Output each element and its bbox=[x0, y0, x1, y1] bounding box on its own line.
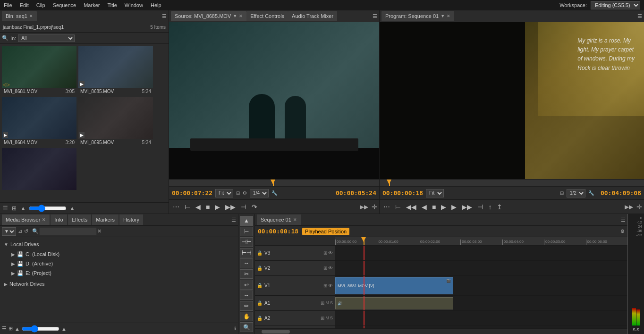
menu-marker[interactable]: Marker bbox=[84, 2, 100, 8]
prog-play-btn[interactable]: ▶ bbox=[439, 203, 448, 211]
source-step-fwd-btn[interactable]: ▶▶ bbox=[223, 203, 237, 211]
browser-zoom-in[interactable]: ▲ bbox=[61, 326, 67, 332]
a1-sync-icon[interactable]: ⊞ bbox=[321, 300, 324, 306]
prog-go-out-btn[interactable]: ⊣ bbox=[475, 203, 485, 211]
media-browser-close[interactable]: ✕ bbox=[42, 217, 46, 222]
effect-controls-tab[interactable]: Effect Controls bbox=[246, 11, 288, 21]
program-fit-select[interactable]: Fit bbox=[426, 189, 444, 197]
program-panel-menu[interactable]: ☰ bbox=[637, 13, 642, 19]
browser-zoom-out[interactable]: ▲ bbox=[15, 326, 20, 332]
media-thumb-extra[interactable] bbox=[2, 148, 76, 192]
network-drives-header[interactable]: ▶ Network Drives bbox=[0, 279, 238, 289]
v1-sync-icon[interactable]: ⊞ bbox=[323, 283, 327, 288]
selection-tool[interactable]: ▲ bbox=[240, 216, 253, 226]
sequence-tab[interactable]: Sequence 01 ✕ bbox=[257, 214, 301, 225]
source-tab[interactable]: Source: MVI_8685.MOV ▼ ✕ bbox=[171, 11, 246, 21]
media-thumb-mvi8681[interactable]: ◁ ▷ MVI_8681.MOV 3:05 bbox=[2, 46, 76, 95]
browser-size-slider[interactable] bbox=[22, 327, 59, 331]
media-thumb-mvi8695[interactable]: ▶ MVI_8695.MOV 5:24 bbox=[78, 97, 153, 146]
program-timecode[interactable]: 00:00:00:18 bbox=[382, 189, 423, 197]
effects-tab[interactable]: Effects bbox=[68, 214, 91, 225]
media-browser-tab[interactable]: Media Browser ✕ bbox=[2, 214, 50, 225]
browser-filter-icon[interactable]: ⊿ bbox=[18, 228, 22, 234]
prog-lift-btn[interactable]: ↑ bbox=[486, 203, 493, 211]
prog-go-in-btn[interactable]: ⊢ bbox=[393, 203, 403, 211]
timeline-timecode[interactable]: 00:00:00:18 bbox=[258, 228, 298, 235]
list-view-btn[interactable]: ☰ bbox=[2, 205, 9, 212]
source-add-btn[interactable]: ✛ bbox=[372, 203, 377, 211]
menu-window[interactable]: Window bbox=[125, 2, 143, 8]
prog-back-1-btn[interactable]: ◀ bbox=[420, 203, 429, 211]
size-slider[interactable] bbox=[29, 206, 67, 210]
source-stop-btn[interactable]: ■ bbox=[204, 203, 212, 211]
v3-eye-icon[interactable]: 👁 bbox=[328, 250, 333, 256]
v2-lock[interactable]: 🔒 bbox=[257, 265, 263, 271]
prog-step-fwd-btn[interactable]: ▶▶ bbox=[460, 203, 474, 211]
program-tab-close[interactable]: ✕ bbox=[447, 14, 450, 18]
prog-add-btn[interactable]: ✛ bbox=[636, 203, 642, 211]
timeline-panel-menu[interactable]: ☰ bbox=[621, 217, 626, 223]
timeline-settings-btn[interactable]: ⚙ bbox=[620, 229, 625, 234]
v3-sync-icon[interactable]: ⊞ bbox=[323, 250, 327, 256]
in-select[interactable]: All bbox=[18, 34, 75, 42]
source-go-in-btn[interactable]: ⊢ bbox=[183, 203, 192, 211]
sequence-tab-close[interactable]: ✕ bbox=[293, 217, 297, 222]
hand-tool[interactable]: ✋ bbox=[240, 312, 253, 322]
media-thumb-mvi8684[interactable]: ▶ MVI_8684.MOV 3:20 bbox=[2, 97, 76, 146]
program-scrub-bar[interactable] bbox=[380, 179, 644, 186]
v2-eye-icon[interactable]: 👁 bbox=[328, 265, 333, 271]
source-go-out-btn[interactable]: ⊣ bbox=[239, 203, 248, 211]
meter-solo-right[interactable]: S bbox=[636, 327, 639, 332]
history-tab[interactable]: History bbox=[119, 214, 143, 225]
source-play-btn[interactable]: ▶ bbox=[213, 203, 222, 211]
a1-s-label[interactable]: S bbox=[330, 300, 333, 306]
menu-clip[interactable]: Clip bbox=[36, 2, 45, 8]
a1-lock[interactable]: 🔒 bbox=[257, 300, 263, 306]
drive-e[interactable]: ▶ 💾 E: (Project) bbox=[0, 268, 238, 278]
browser-panel-menu[interactable]: ☰ bbox=[231, 217, 236, 223]
prog-more-btn[interactable]: ▶▶ bbox=[625, 204, 633, 210]
menu-file[interactable]: File bbox=[4, 2, 12, 8]
meter-solo-left[interactable]: S bbox=[633, 327, 636, 332]
prog-add-marker-btn[interactable]: ⋯ bbox=[381, 203, 392, 211]
v2-sync-icon[interactable]: ⊞ bbox=[323, 265, 327, 271]
a2-sync-icon[interactable]: ⊞ bbox=[321, 316, 324, 321]
prog-step-back-btn[interactable]: ◀◀ bbox=[404, 203, 418, 211]
zoom-out-btn[interactable]: ▲ bbox=[19, 205, 27, 212]
slip-tool[interactable]: ↩ bbox=[240, 280, 253, 290]
icon-view-btn[interactable]: ⊞ bbox=[11, 205, 17, 212]
audio-track-mixer-tab[interactable]: Audio Track Mixer bbox=[288, 11, 337, 21]
v1-eye-icon[interactable]: 👁 bbox=[328, 283, 333, 288]
slide-tool[interactable]: ↔ bbox=[240, 291, 253, 300]
browser-clear-search[interactable]: ✕ bbox=[97, 228, 102, 234]
prog-stop-btn[interactable]: ■ bbox=[430, 203, 438, 211]
drive-c[interactable]: ▶ 💾 C: (Local Disk) bbox=[0, 249, 238, 259]
menu-title[interactable]: Title bbox=[107, 2, 117, 8]
prog-extract-btn[interactable]: ↥ bbox=[495, 203, 504, 211]
menu-help[interactable]: Help bbox=[151, 2, 161, 8]
track-select-tool[interactable]: ⊢ bbox=[240, 227, 253, 237]
project-panel-menu-icon[interactable]: ☰ bbox=[162, 13, 167, 19]
source-panel-menu[interactable]: ☰ bbox=[373, 13, 377, 19]
rate-stretch-tool[interactable]: ↔ bbox=[240, 258, 253, 268]
browser-list-view-btn[interactable]: ☰ bbox=[2, 325, 7, 332]
a2-lock[interactable]: 🔒 bbox=[257, 316, 263, 321]
program-quality-select[interactable]: 1/2 Full bbox=[567, 189, 585, 197]
pen-tool[interactable]: ✏ bbox=[240, 301, 253, 311]
a1-m-label[interactable]: M bbox=[325, 300, 329, 306]
program-tab[interactable]: Program: Sequence 01 ▼ ✕ bbox=[381, 11, 454, 21]
timeline-scroll-thumb[interactable] bbox=[262, 330, 290, 334]
prog-fwd-1-btn[interactable]: ▶ bbox=[449, 203, 458, 211]
a2-m-label[interactable]: M bbox=[325, 316, 329, 321]
project-tab-close[interactable]: ✕ bbox=[29, 14, 33, 18]
ripple-edit-tool[interactable]: ⊣⊢ bbox=[240, 237, 253, 247]
v3-lock[interactable]: 🔒 bbox=[257, 250, 263, 256]
local-drives-header[interactable]: ▼ Local Drives bbox=[0, 239, 238, 249]
source-more-controls[interactable]: ▶▶ bbox=[360, 204, 368, 210]
a1-clip-block[interactable]: 🔊 bbox=[335, 297, 453, 309]
v1-lock[interactable]: 🔒 bbox=[257, 283, 263, 288]
source-quality-select[interactable]: 1/4 1/2 Full bbox=[250, 189, 269, 197]
source-scrub-bar[interactable] bbox=[169, 179, 379, 186]
razor-tool[interactable]: ✂ bbox=[240, 269, 253, 279]
drive-d[interactable]: ▶ 💾 D: (Archive) bbox=[0, 259, 238, 268]
